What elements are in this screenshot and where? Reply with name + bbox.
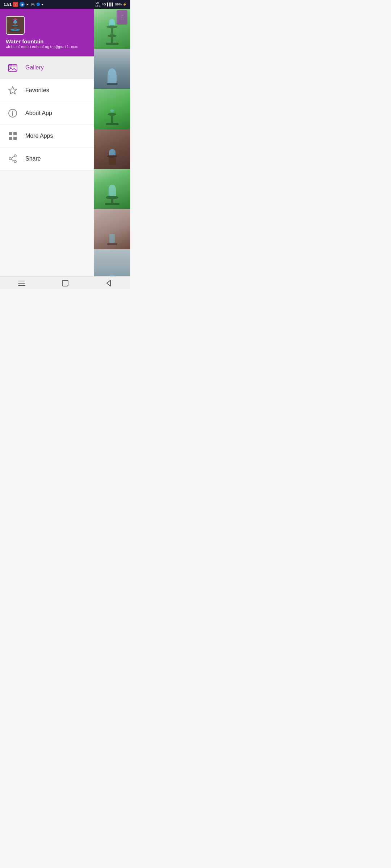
photo-cell-5[interactable]	[94, 169, 130, 209]
status-bar-right: VoLTE 4G ▌▌▌ 99% ⚡	[96, 1, 127, 8]
menu-item-about[interactable]: About App	[0, 102, 94, 125]
svg-point-28	[14, 161, 16, 163]
profile-avatar	[6, 16, 25, 35]
svg-point-7	[13, 21, 17, 24]
photo-cell-2[interactable]	[94, 49, 130, 89]
nav-back-button[interactable]	[102, 278, 115, 289]
avatar-fountain-svg	[7, 16, 24, 34]
about-label: About App	[25, 110, 52, 116]
svg-point-13	[17, 19, 18, 21]
svg-rect-22	[9, 132, 12, 135]
square-icon	[61, 279, 69, 287]
charging-icon: ⚡	[123, 3, 127, 6]
status-bar-left: 1:51 V ◉ ✂ 🎮 🔵 ●	[4, 2, 43, 7]
fountain-deco-4	[107, 149, 117, 165]
star-icon	[7, 85, 18, 96]
svg-marker-18	[9, 86, 17, 94]
menu-item-favorites[interactable]: Favorites	[0, 79, 94, 102]
menu-item-share[interactable]: Share	[0, 148, 94, 170]
photo-2-bg	[94, 49, 130, 89]
svg-rect-16	[9, 64, 12, 65]
info-icon	[7, 108, 18, 119]
share-icon	[7, 153, 18, 164]
menu-item-more-apps[interactable]: More Apps	[0, 125, 94, 148]
photo-column	[94, 9, 130, 289]
photo-6-bg	[94, 209, 130, 249]
app-icon-4: 🔵	[36, 3, 40, 6]
photo-cell-4[interactable]	[94, 129, 130, 169]
scissors-icon: ✂	[26, 3, 29, 7]
svg-rect-24	[9, 137, 12, 140]
photo-5-bg	[94, 169, 130, 209]
photo-grid-side: ⋮	[94, 9, 130, 289]
svg-point-27	[9, 158, 11, 160]
svg-rect-34	[62, 280, 68, 286]
svg-line-30	[11, 159, 14, 161]
gallery-label: Gallery	[25, 64, 44, 71]
svg-marker-35	[107, 280, 110, 286]
photo-4-bg	[94, 129, 130, 169]
grid-icon	[7, 131, 18, 141]
nav-bar	[0, 276, 130, 289]
svg-point-11	[14, 18, 16, 20]
gallery-icon	[7, 62, 18, 73]
svg-point-21	[12, 111, 13, 112]
volte-icon: VoLTE	[96, 1, 101, 8]
signal-bars: ▌▌▌	[107, 3, 114, 6]
app-container: ⋮	[0, 9, 130, 289]
photo-3-bg	[94, 89, 130, 129]
browser-icon: ◉	[20, 2, 25, 7]
menu-item-gallery[interactable]: Gallery	[0, 56, 94, 79]
network-type: 4G	[102, 3, 106, 6]
app-title: Water fountain	[6, 38, 88, 44]
more-apps-label: More Apps	[25, 133, 53, 139]
controller-icon: 🎮	[30, 3, 35, 7]
photo-cell-3[interactable]	[94, 89, 130, 129]
drawer-menu-list: Gallery Favorites	[0, 56, 94, 289]
status-bar: 1:51 V ◉ ✂ 🎮 🔵 ● VoLTE 4G ▌▌▌ 99% ⚡	[0, 0, 130, 9]
more-vert-icon: ⋮	[119, 13, 125, 21]
favorites-label: Favorites	[25, 87, 49, 94]
fountain-deco-3	[106, 109, 118, 125]
vi-icon: V	[13, 2, 18, 7]
fountain-deco-5	[105, 185, 119, 205]
avatar-inner	[7, 17, 24, 34]
status-time: 1:51	[4, 2, 12, 7]
fountain-deco-6	[107, 234, 117, 245]
nav-home-button[interactable]	[59, 278, 72, 289]
svg-line-29	[11, 156, 14, 158]
drawer-menu: Water fountain whitecloudstechnologies@g…	[0, 9, 94, 289]
app-email: whitecloudstechnologies@gmail.com	[6, 45, 88, 49]
fountain-deco-2	[107, 68, 118, 85]
battery-percent: 99%	[115, 3, 122, 6]
drawer-header: Water fountain whitecloudstechnologies@g…	[0, 9, 94, 56]
svg-rect-25	[13, 137, 17, 140]
nav-menu-button[interactable]	[15, 278, 28, 289]
svg-point-26	[14, 155, 16, 157]
hamburger-icon	[18, 279, 26, 287]
more-options-button[interactable]: ⋮	[117, 10, 127, 25]
photo-cell-6[interactable]	[94, 209, 130, 249]
dot-icon: ●	[42, 3, 43, 6]
triangle-back-icon	[105, 279, 113, 287]
svg-point-12	[12, 19, 14, 21]
svg-rect-23	[13, 132, 17, 135]
share-label: Share	[25, 156, 41, 162]
